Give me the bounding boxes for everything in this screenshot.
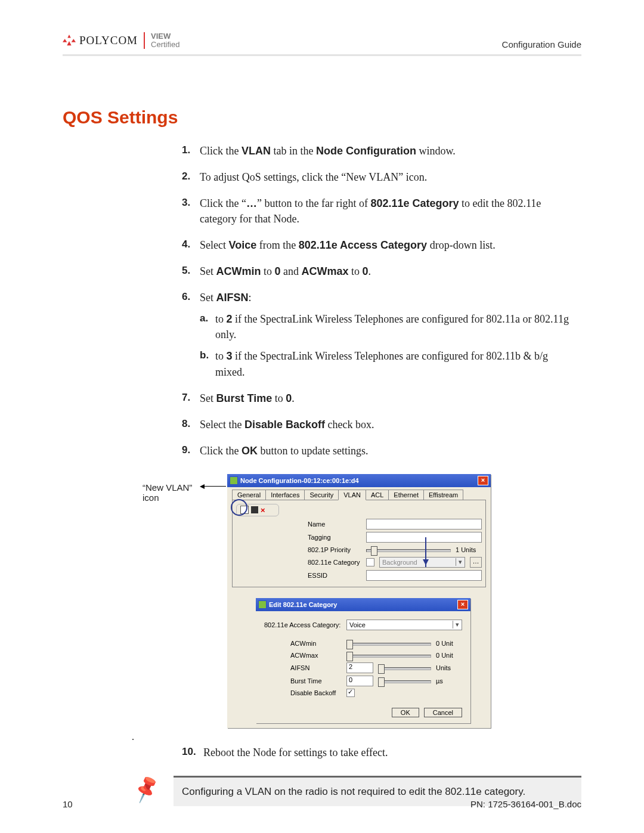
row-category: 802.11e Category Background ▾ … — [308, 557, 482, 568]
page-header: POLYCOM VIEW Certified Configuration Gui… — [63, 32, 581, 56]
row-essid: ESSID — [308, 570, 482, 581]
close-icon[interactable]: × — [478, 476, 488, 485]
save-icon[interactable] — [251, 506, 258, 513]
aifsn-input[interactable]: 2 — [346, 662, 373, 673]
window-icon — [230, 476, 238, 485]
page-footer: 10 PN: 1725-36164-001_B.doc — [63, 799, 581, 809]
page-number: 10 — [63, 799, 73, 809]
aifsn-slider[interactable] — [378, 663, 431, 673]
vlan-tab-page: × Name Tagging 80 — [232, 500, 486, 587]
trailing-period: . — [132, 732, 581, 742]
row-burst-time: Burst Time 0 µs — [290, 676, 462, 686]
ok-button[interactable]: OK — [392, 708, 419, 717]
acwmax-slider[interactable] — [346, 651, 431, 660]
screenshot-figure: “New VLAN” icon Node Configuration-00:12… — [133, 474, 491, 728]
row-aifsn: AIFSN 2 Units — [290, 662, 462, 673]
row-acwmin: ACWmin 0 Unit — [290, 639, 462, 648]
step-2: 2. To adjust QoS settings, click the “Ne… — [182, 169, 581, 196]
edit-category-window: Edit 802.11e Category × 802.11e Access C… — [256, 598, 470, 723]
row-disable-backoff: Disable Backoff ✓ — [290, 689, 462, 697]
tab-bar: General Interfaces Security VLAN ACL Eth… — [232, 490, 486, 500]
disable-backoff-checkbox[interactable]: ✓ — [346, 689, 355, 697]
node-configuration-window: Node Configuration-00:12:ce:00:1e:d4 × G… — [227, 474, 491, 728]
brand-separator — [144, 32, 145, 49]
tab-acl[interactable]: ACL — [366, 490, 389, 500]
row-tagging: Tagging — [308, 532, 482, 543]
svg-marker-1 — [63, 39, 67, 42]
chevron-down-icon: ▾ — [453, 621, 462, 628]
category-more-button[interactable]: … — [470, 557, 482, 568]
steps-list: 1. Click the VLAN tab in the Node Config… — [182, 143, 581, 469]
access-category-dropdown[interactable]: Voice ▾ — [346, 620, 462, 630]
close-icon[interactable]: × — [457, 600, 468, 609]
brand-block: POLYCOM VIEW Certified — [63, 32, 179, 49]
annotation-circle-icon — [231, 499, 247, 516]
tab-general[interactable]: General — [232, 490, 266, 500]
burst-time-slider[interactable] — [378, 676, 431, 686]
outer-window-titlebar: Node Configuration-00:12:ce:00:1e:d4 × — [227, 474, 491, 487]
delete-icon[interactable]: × — [261, 506, 265, 515]
doc-type-label: Configuration Guide — [502, 39, 581, 49]
tagging-input[interactable] — [366, 532, 482, 543]
certification-label: VIEW Certified — [151, 32, 179, 49]
step-8: 8. Select the Disable Backoff check box. — [182, 417, 581, 443]
step-5: 5. Set ACWmin to 0 and ACWmax to 0. — [182, 264, 581, 290]
row-access-category: 802.11e Access Category: Voice ▾ — [264, 620, 462, 630]
tab-security[interactable]: Security — [304, 490, 339, 500]
step-6: 6. Set AIFSN: a. to 2 if the SpectraLink… — [182, 290, 581, 390]
inner-window-titlebar: Edit 802.11e Category × — [256, 598, 470, 611]
section-title: QOS Settings — [63, 107, 581, 128]
name-input[interactable] — [366, 519, 482, 529]
svg-marker-3 — [67, 41, 71, 45]
essid-input[interactable] — [366, 570, 482, 581]
check-icon: ✓ — [348, 688, 353, 696]
polycom-logo-icon — [63, 35, 76, 47]
acwmin-slider[interactable] — [346, 639, 431, 648]
step-3: 3. Click the “…” button to the far right… — [182, 196, 581, 237]
step-4: 4. Select Voice from the 802.11e Access … — [182, 237, 581, 264]
chevron-down-icon: ▾ — [456, 558, 465, 566]
annotation-arrow-icon — [425, 537, 426, 567]
window-icon — [258, 600, 267, 609]
step-6a: a. to 2 if the SpectraLink Wireless Tele… — [200, 311, 573, 342]
burst-time-input[interactable]: 0 — [346, 676, 373, 686]
row-priority: 802.1P Priority 1 Units — [308, 545, 482, 555]
svg-marker-2 — [72, 39, 76, 42]
cancel-button[interactable]: Cancel — [424, 708, 462, 717]
brand-name: POLYCOM — [79, 34, 138, 47]
tab-interfaces[interactable]: Interfaces — [265, 490, 305, 500]
svg-marker-0 — [67, 35, 70, 38]
step-7: 7. Set Burst Time to 0. — [182, 391, 581, 417]
step-1: 1. Click the VLAN tab in the Node Config… — [182, 143, 581, 169]
tab-effistream[interactable]: Effistream — [423, 490, 463, 500]
step-10: 10. Reboot the Node for settings to take… — [182, 745, 581, 769]
category-checkbox[interactable] — [366, 558, 374, 566]
part-number: PN: 1725-36164-001_B.doc — [470, 799, 581, 809]
inner-window-title: Edit 802.11e Category — [269, 601, 337, 608]
category-dropdown[interactable]: Background ▾ — [379, 557, 465, 568]
outer-window-title: Node Configuration-00:12:ce:00:1e:d4 — [240, 477, 359, 484]
tab-ethernet[interactable]: Ethernet — [388, 490, 424, 500]
step-9: 9. Click the OK button to update setting… — [182, 443, 581, 469]
step-6b: b. to 3 if the SpectraLink Wireless Tele… — [200, 348, 573, 379]
tab-vlan[interactable]: VLAN — [338, 490, 366, 500]
callout-arrow-icon — [202, 486, 226, 487]
row-acwmax: ACWmax 0 Unit — [290, 651, 462, 660]
row-name: Name — [308, 519, 482, 529]
priority-slider[interactable] — [366, 545, 451, 555]
